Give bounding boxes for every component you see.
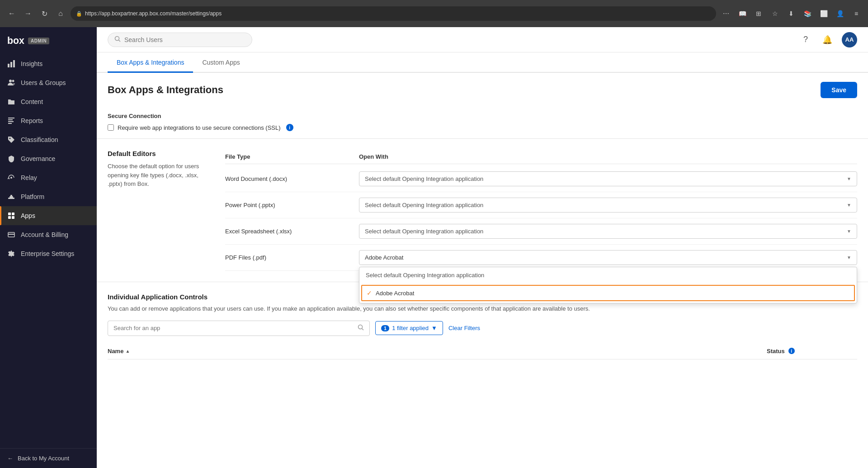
apps-icon (7, 212, 15, 220)
svg-point-11 (10, 177, 12, 179)
open-with-xlsx: Select default Opening Integration appli… (359, 224, 857, 239)
col-header-status: Status i (767, 348, 857, 355)
search-input[interactable] (124, 36, 245, 43)
top-bar-actions: ? 🔔 AA (798, 32, 857, 47)
sidebar-item-platform[interactable]: Platform (0, 187, 97, 206)
filter-button[interactable]: 1 1 filter applied ▼ (375, 321, 443, 335)
sidebar-item-content[interactable]: Content (0, 92, 97, 111)
tab-button[interactable]: ⬜ (817, 7, 830, 20)
url-text: https://app.boxpartner.app.box.com/maste… (85, 10, 222, 17)
back-button[interactable]: ← (5, 7, 18, 20)
secure-connection-section: Secure Connection Require web app integr… (97, 105, 868, 139)
app-search-icon (358, 324, 364, 332)
save-button[interactable]: Save (821, 82, 857, 98)
main-content: ? 🔔 AA Box Apps & Integrations Custom Ap… (97, 27, 868, 468)
sidebar-item-label-governance: Governance (21, 155, 55, 162)
svg-rect-12 (8, 198, 14, 199)
sidebar-item-governance[interactable]: Governance (0, 149, 97, 168)
app-search-input[interactable] (113, 325, 354, 331)
ssl-checkbox-label[interactable]: Require web app integrations to use secu… (118, 124, 281, 131)
select-xlsx-btn[interactable]: Select default Opening Integration appli… (359, 224, 857, 239)
sidebar-item-billing[interactable]: Account & Billing (0, 225, 97, 244)
avatar[interactable]: AA (842, 32, 857, 47)
sidebar-item-reports[interactable]: Reports (0, 111, 97, 130)
relay-icon (7, 174, 15, 182)
sidebar-item-label-platform: Platform (21, 193, 44, 200)
col-header-file-type: File Type (225, 153, 352, 160)
select-word-label: Select default Opening Integration appli… (365, 175, 483, 182)
select-pdf-label: Adobe Acrobat (365, 254, 403, 261)
notifications-button[interactable]: 🔔 (820, 33, 835, 47)
refresh-button[interactable]: ↻ (38, 7, 51, 20)
select-pdf-btn[interactable]: Adobe Acrobat ▼ (359, 250, 857, 265)
svg-rect-13 (9, 196, 13, 198)
svg-rect-14 (10, 195, 12, 196)
sidebar-item-label-apps: Apps (21, 212, 35, 219)
back-to-account-link[interactable]: ← Back to My Account (7, 455, 90, 462)
library-button[interactable]: 📚 (801, 7, 814, 20)
dropdown-option-adobe[interactable]: ✓ Adobe Acrobat (361, 285, 855, 301)
reader-button[interactable]: 📖 (736, 7, 749, 20)
menu-button[interactable]: ≡ (850, 7, 863, 20)
svg-text:box: box (7, 35, 24, 46)
forward-button[interactable]: → (22, 7, 34, 20)
svg-point-21 (115, 36, 119, 40)
page-tabs: Box Apps & Integrations Custom Apps (97, 52, 868, 73)
star-button[interactable]: ☆ (769, 7, 781, 20)
sidebar-item-classification[interactable]: Classification (0, 130, 97, 149)
editors-layout: Default Editors Choose the default optio… (108, 150, 857, 271)
sidebar-item-users-groups[interactable]: Users & Groups (0, 73, 97, 92)
extensions-button[interactable]: ⋯ (720, 7, 732, 20)
svg-point-4 (9, 80, 12, 82)
status-info-icon[interactable]: i (788, 348, 795, 354)
svg-rect-9 (8, 123, 12, 124)
profile-button[interactable]: 👤 (834, 7, 846, 20)
page-title: Box Apps & Integrations (108, 84, 223, 96)
dropdown-option-default[interactable]: Select default Opening Integration appli… (359, 267, 857, 283)
pocket-button[interactable]: ⊞ (752, 7, 765, 20)
ssl-info-icon[interactable]: i (286, 124, 293, 131)
svg-rect-7 (8, 119, 13, 120)
svg-rect-15 (8, 213, 11, 215)
svg-rect-1 (8, 64, 9, 67)
search-container[interactable] (108, 33, 252, 47)
tab-box-apps[interactable]: Box Apps & Integrations (108, 52, 193, 73)
select-pptx-btn[interactable]: Select default Opening Integration appli… (359, 198, 857, 213)
help-button[interactable]: ? (798, 33, 813, 47)
sidebar-item-relay[interactable]: Relay (0, 168, 97, 187)
check-mark-icon: ✓ (367, 289, 372, 297)
chart-icon (7, 60, 15, 68)
svg-rect-3 (13, 60, 15, 67)
svg-rect-6 (8, 118, 14, 118)
apps-table-header: Name ▲ Status i (108, 343, 857, 359)
sidebar-item-apps[interactable]: Apps (0, 206, 97, 225)
app-search-container[interactable] (108, 321, 370, 336)
chevron-down-icon-xlsx: ▼ (847, 229, 851, 234)
sidebar-item-insights[interactable]: Insights (0, 54, 97, 73)
home-button[interactable]: ⌂ (54, 7, 67, 20)
open-with-word: Select default Opening Integration appli… (359, 171, 857, 186)
filter-chevron-icon: ▼ (431, 325, 437, 331)
clear-filters-button[interactable]: Clear Filters (448, 325, 480, 331)
col-header-name: Name ▲ (108, 348, 767, 355)
url-bar[interactable]: 🔒 https://app.boxpartner.app.box.com/mas… (71, 6, 716, 21)
sidebar-item-label-insights: Insights (21, 60, 42, 67)
sidebar: box ADMIN Insights Users & Groups (0, 27, 97, 468)
tab-custom-apps[interactable]: Custom Apps (193, 52, 249, 73)
svg-point-10 (9, 138, 11, 139)
app-controls-description: You can add or remove applications that … (108, 304, 857, 313)
pdf-dropdown-menu: Select default Opening Integration appli… (359, 267, 857, 303)
chevron-down-icon: ▼ (847, 176, 851, 181)
select-word-btn[interactable]: Select default Opening Integration appli… (359, 171, 857, 186)
sidebar-item-label-reports: Reports (21, 117, 43, 124)
sidebar-item-enterprise-settings[interactable]: Enterprise Settings (0, 244, 97, 263)
name-col-label: Name (108, 348, 123, 355)
download-button[interactable]: ⬇ (785, 7, 797, 20)
reports-icon (7, 117, 15, 125)
editor-row-xlsx: Excel Spreadsheet (.xlsx) Select default… (225, 218, 857, 245)
page-body: Box Apps & Integrations Custom Apps Box … (97, 52, 868, 468)
ssl-checkbox[interactable] (108, 124, 114, 131)
filter-badge: 1 (381, 325, 389, 331)
sort-arrow-icon: ▲ (125, 349, 130, 354)
svg-rect-2 (10, 62, 12, 67)
